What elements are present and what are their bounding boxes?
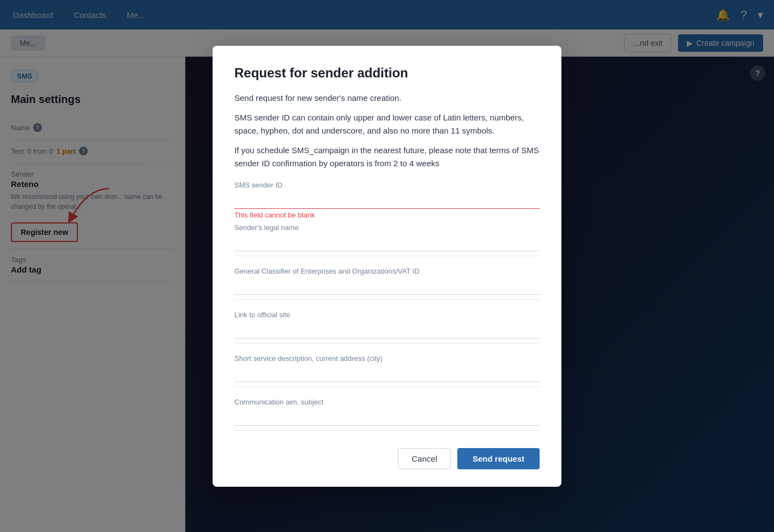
legal-name-field: Sender's legal name (234, 223, 540, 251)
modal-title: Request for sender addition (234, 65, 540, 81)
legal-name-input[interactable] (234, 234, 540, 251)
modal-form: SMS sender ID This field cannot be blank… (234, 181, 540, 431)
modal: Request for sender addition Send request… (213, 46, 561, 487)
description-label: Short service description, current addre… (234, 354, 540, 362)
vat-input[interactable] (234, 277, 540, 295)
aim-label: Communication aim, subject (234, 398, 540, 406)
modal-desc-2: SMS sender ID can contain only upper and… (234, 111, 540, 137)
modal-actions: Cancel Send request (234, 448, 540, 469)
description-field: Short service description, current addre… (234, 354, 540, 382)
modal-desc-3: If you schedule SMS_campaign in the near… (234, 144, 540, 170)
vat-field: General Classifier of Enterprises and Or… (234, 267, 540, 295)
aim-field: Communication aim, subject (234, 398, 540, 426)
link-input[interactable] (234, 321, 540, 338)
cancel-button[interactable]: Cancel (398, 448, 451, 469)
aim-input[interactable] (234, 408, 540, 426)
link-label: Link to official site (234, 311, 540, 319)
sms-sender-id-label: SMS sender ID (234, 181, 540, 189)
modal-desc-1: Send request for new sender's name creat… (234, 92, 540, 105)
sms-sender-id-error: This field cannot be blank (234, 211, 540, 219)
send-request-button[interactable]: Send request (457, 448, 540, 469)
sms-sender-id-input[interactable] (234, 191, 540, 209)
vat-label: General Classifier of Enterprises and Or… (234, 267, 540, 275)
sms-sender-id-field: SMS sender ID This field cannot be blank (234, 181, 540, 219)
legal-name-label: Sender's legal name (234, 223, 540, 232)
modal-overlay[interactable]: Request for sender addition Send request… (0, 0, 774, 532)
link-field: Link to official site (234, 311, 540, 338)
description-input[interactable] (234, 365, 540, 382)
